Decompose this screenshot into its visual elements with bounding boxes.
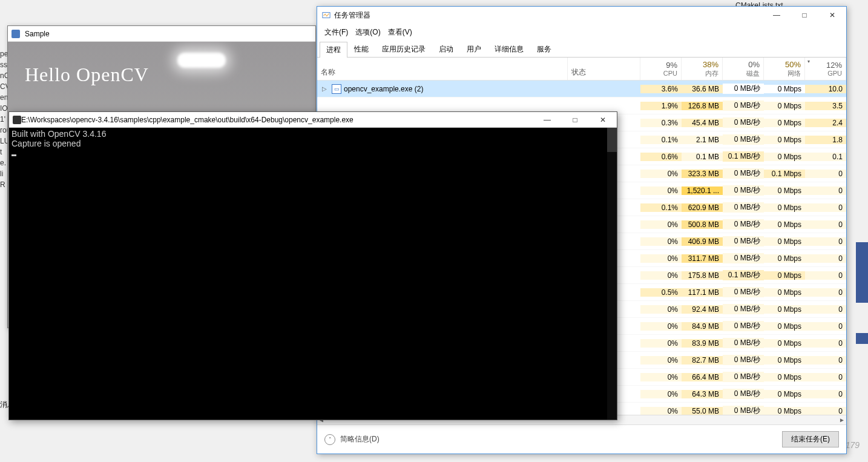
disk-lbl: 磁盘 — [746, 69, 760, 78]
tab-用户[interactable]: 用户 — [460, 41, 488, 57]
cell-net: 0 Mbps — [764, 119, 805, 127]
cell-mem: 175.8 MB — [682, 271, 723, 280]
scroll-thumb[interactable] — [607, 128, 617, 152]
cell-gpu: 0 — [805, 220, 846, 229]
minimize-button[interactable]: — — [533, 112, 561, 127]
tm-menu: 文件(F) 选项(O) 查看(V) — [317, 24, 846, 41]
gpu-pct: 12% — [826, 61, 842, 70]
tab-服务[interactable]: 服务 — [530, 41, 558, 57]
cell-disk: 0 MB/秒 — [723, 372, 764, 382]
cell-mem: 36.6 MB — [682, 85, 723, 93]
cell-disk: 0 MB/秒 — [723, 355, 764, 365]
cell-net: 0 Mbps — [764, 339, 805, 348]
tab-进程[interactable]: 进程 — [320, 42, 347, 58]
cell-disk: 0 MB/秒 — [723, 389, 764, 399]
cell-disk: 0 MB/秒 — [723, 236, 764, 246]
tab-应用历史记录[interactable]: 应用历史记录 — [375, 41, 432, 57]
col-gpu[interactable]: ▾12%GPU — [805, 58, 846, 80]
cell-mem: 92.4 MB — [682, 305, 723, 314]
maximize-button[interactable]: □ — [561, 112, 589, 127]
cell-gpu: 0 — [805, 305, 846, 314]
app-icon — [12, 30, 20, 38]
expand-icon[interactable]: ▷ — [320, 85, 329, 92]
cell-mem: 82.7 MB — [682, 356, 723, 365]
cell-gpu: 10.0 — [805, 85, 846, 93]
cell-disk: 0 MB/秒 — [723, 219, 764, 229]
cell-cpu: 0% — [640, 339, 682, 348]
tm-headers: 名称 状态 9%CPU 38%内存 0%磁盘 50%网络 ▾12%GPU — [317, 58, 846, 81]
menu-file[interactable]: 文件(F) — [322, 26, 350, 39]
sample-title-text: Sample — [25, 30, 50, 38]
tab-性能[interactable]: 性能 — [347, 41, 375, 57]
tm-footer: ˄ 简略信息(D) 结束任务(E) — [317, 424, 846, 454]
cell-mem: 126.8 MB — [682, 102, 723, 110]
cell-disk: 0 MB/秒 — [723, 202, 764, 213]
col-disk[interactable]: 0%磁盘 — [723, 58, 764, 80]
cell-gpu: 1.8 — [805, 136, 846, 144]
close-button[interactable]: ✕ — [818, 7, 846, 24]
vertical-scrollbar[interactable] — [607, 128, 617, 420]
cell-gpu: 0 — [805, 203, 846, 212]
cell-net: 0 Mbps — [764, 237, 805, 246]
menu-view[interactable]: 查看(V) — [386, 26, 415, 39]
cell-net: 0 Mbps — [764, 102, 805, 110]
chevron-up-icon: ˄ — [324, 434, 335, 445]
bg-stripe — [856, 242, 868, 303]
net-pct: 50% — [785, 60, 801, 69]
col-name[interactable]: 名称 — [317, 58, 568, 80]
scroll-right-icon[interactable]: ► — [839, 417, 845, 423]
cell-net: 0 Mbps — [764, 203, 805, 212]
console-body[interactable]: Built with OpenCV 3.4.16 Capture is open… — [9, 128, 617, 420]
cell-disk: 0 MB/秒 — [723, 338, 764, 348]
cell-net: 0 Mbps — [764, 390, 805, 398]
cell-net: 0 Mbps — [764, 136, 805, 144]
cell-gpu: 0 — [805, 356, 846, 365]
sample-titlebar[interactable]: Sample — [8, 26, 315, 42]
cell-mem: 64.3 MB — [682, 390, 723, 398]
console-line: Capture is opened — [12, 139, 81, 148]
cell-cpu: 0% — [640, 322, 682, 331]
table-row[interactable]: ▷▭opencv_example.exe (2)3.6%36.6 MB0 MB/… — [317, 81, 846, 97]
cell-mem: 45.4 MB — [682, 119, 723, 127]
minimize-button[interactable]: — — [763, 7, 791, 24]
close-button[interactable]: ✕ — [589, 112, 617, 127]
cell-mem: 1,520.1 ... — [682, 186, 723, 195]
col-cpu[interactable]: 9%CPU — [640, 58, 682, 80]
cpu-pct: 9% — [666, 61, 677, 70]
cell-gpu: 0 — [805, 186, 846, 195]
cell-disk: 0 MB/秒 — [723, 134, 764, 145]
cell-mem: 66.4 MB — [682, 373, 723, 381]
cell-cpu: 0% — [640, 220, 682, 229]
cell-cpu: 0% — [640, 186, 682, 195]
cell-mem: 620.9 MB — [682, 203, 723, 212]
cell-gpu: 0 — [805, 271, 846, 280]
light-glare — [177, 53, 226, 68]
end-task-button[interactable]: 结束任务(E) — [782, 431, 839, 447]
brief-info-toggle[interactable]: ˄ 简略信息(D) — [324, 434, 380, 445]
cpu-lbl: CPU — [663, 70, 677, 77]
cell-disk: 0 MB/秒 — [723, 117, 764, 128]
col-status[interactable]: 状态 — [568, 58, 640, 80]
cell-disk: 0 MB/秒 — [723, 253, 764, 263]
col-mem[interactable]: 38%内存 — [682, 58, 723, 80]
menu-options[interactable]: 选项(O) — [353, 26, 383, 39]
cell-gpu: 0 — [805, 254, 846, 263]
cell-net: 0 Mbps — [764, 356, 805, 365]
console-window: E:\Workspaces\opencv-3.4.16\samples\cpp\… — [8, 111, 617, 420]
col-net[interactable]: 50%网络 — [764, 58, 805, 80]
tm-tabs: 进程性能应用历史记录启动用户详细信息服务 — [317, 41, 846, 58]
cell-net: 0 Mbps — [764, 85, 805, 93]
console-titlebar[interactable]: E:\Workspaces\opencv-3.4.16\samples\cpp\… — [9, 112, 617, 128]
tm-titlebar[interactable]: 任务管理器 — □ ✕ — [317, 7, 846, 24]
tab-详细信息[interactable]: 详细信息 — [488, 41, 530, 57]
cell-mem: 500.8 MB — [682, 220, 723, 229]
maximize-button[interactable]: □ — [791, 7, 818, 24]
cell-mem: 55.0 MB — [682, 407, 723, 415]
cell-cpu: 0.3% — [640, 119, 682, 127]
cell-gpu: 0 — [805, 322, 846, 331]
cell-cpu: 0% — [640, 356, 682, 365]
overlay-text: Hello OpenCV — [25, 64, 149, 86]
cell-net: 0 Mbps — [764, 220, 805, 229]
tab-启动[interactable]: 启动 — [432, 41, 460, 57]
console-line: Built with OpenCV 3.4.16 — [12, 129, 106, 139]
